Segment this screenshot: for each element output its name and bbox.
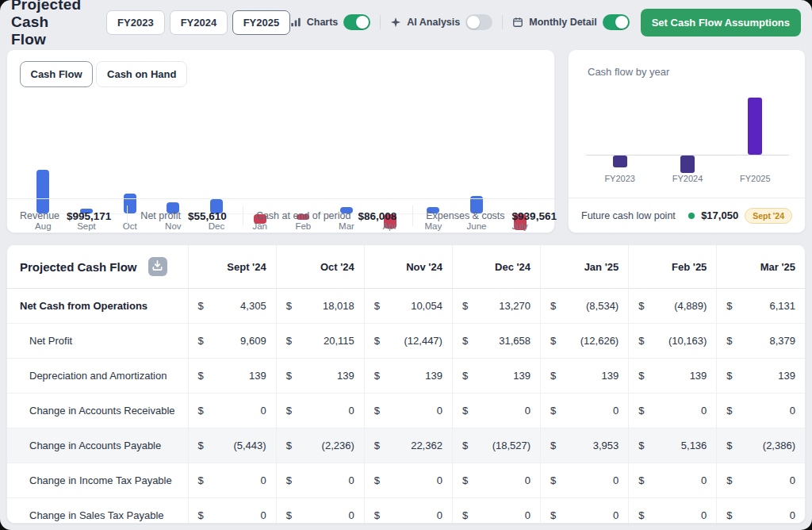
toggle-switch-ai-analysis[interactable] xyxy=(465,14,492,30)
stat-cash-at-end-of-period: Cash at end of period$86,008 xyxy=(243,205,412,225)
value-cell: $0 xyxy=(452,394,540,428)
cell-value: 31,658 xyxy=(499,335,530,347)
header: Projected Cash Flow FY2023FY2024FY2025 C… xyxy=(0,0,812,44)
value-cell: $0 xyxy=(541,463,629,498)
row-label: Change in Accounts Payable xyxy=(7,428,188,463)
download-icon xyxy=(151,259,163,274)
currency-symbol: $ xyxy=(550,440,556,451)
stat-value-revenue: $995,171 xyxy=(67,210,111,222)
currency-symbol: $ xyxy=(638,370,644,382)
chart-tab-cash-on-hand[interactable]: Cash on Hand xyxy=(96,61,187,87)
currency-symbol: $ xyxy=(286,474,292,486)
value-cell: $(4,889) xyxy=(629,289,717,324)
currency-symbol: $ xyxy=(638,335,644,347)
year-tab-fy2024[interactable]: FY2024 xyxy=(170,10,228,35)
currency-symbol: $ xyxy=(550,300,556,312)
value-cell: $8,379 xyxy=(717,324,805,359)
currency-symbol: $ xyxy=(462,474,468,486)
currency-symbol: $ xyxy=(638,405,644,417)
cell-value: 139 xyxy=(690,370,707,382)
cell-value: 0 xyxy=(260,474,266,486)
value-cell: $0 xyxy=(276,394,364,428)
column-header-mar-25: Mar '25 xyxy=(717,245,805,289)
toggle-switch-charts[interactable] xyxy=(343,14,370,30)
currency-symbol: $ xyxy=(198,509,204,521)
value-cell: $0 xyxy=(541,394,629,428)
value-cell: $(12,626) xyxy=(541,324,629,359)
chart-mode-tabs: Cash FlowCash on Hand xyxy=(20,61,187,87)
cell-value: 139 xyxy=(513,370,530,382)
currency-symbol: $ xyxy=(286,335,292,347)
cell-value: 22,362 xyxy=(411,440,442,451)
set-cash-flow-assumptions-button[interactable]: Set Cash Flow Assumptions xyxy=(641,9,801,36)
download-button[interactable] xyxy=(148,257,167,276)
cell-value: 0 xyxy=(349,474,354,486)
toggle-label-charts: Charts xyxy=(307,17,339,28)
currency-symbol: $ xyxy=(726,474,732,486)
column-header-dec-24: Dec '24 xyxy=(452,245,540,289)
column-header-jan-25: Jan '25 xyxy=(541,245,629,289)
cell-value: 13,270 xyxy=(499,300,530,312)
summary-stats-row: Revenue$995,171Net profit$55,610Cash at … xyxy=(7,198,554,232)
stat-label-revenue: Revenue xyxy=(20,210,59,221)
value-cell: $9,609 xyxy=(188,324,276,359)
column-header-oct-24: Oct '24 xyxy=(276,245,364,289)
value-cell: $0 xyxy=(717,498,805,524)
row-label: Net Profit xyxy=(7,324,188,359)
value-cell: $(8,534) xyxy=(541,289,629,324)
currency-symbol: $ xyxy=(374,405,380,417)
cell-value: (10,163) xyxy=(668,335,707,347)
cell-value: 0 xyxy=(701,474,707,486)
row-label: Change in Accounts Receivable xyxy=(7,394,188,428)
toggle-group-ai-analysis: AI Analysis xyxy=(390,14,492,30)
projected-cash-flow-page: Projected Cash Flow FY2023FY2024FY2025 C… xyxy=(0,0,812,530)
toggle-divider xyxy=(380,15,381,29)
table-row-change-in-sales-tax-payable[interactable]: Change in Sales Tax Payable$0$0$0$0$0$0$… xyxy=(7,498,805,524)
table-row-net-cash-from-operations[interactable]: Net Cash from Operations$4,305$18,018$10… xyxy=(7,289,805,324)
view-toggles: ChartsAI AnalysisMonthly Detail xyxy=(290,14,630,30)
cell-value: 0 xyxy=(260,509,266,521)
table-header-row: Projected Cash FlowSept '24Oct '24Nov '2… xyxy=(7,245,805,289)
cell-value: 139 xyxy=(337,370,354,382)
cell-value: 0 xyxy=(613,405,619,417)
year-tab-fy2023[interactable]: FY2023 xyxy=(106,10,165,35)
value-cell: $139 xyxy=(541,359,629,394)
row-label: Depreciation and Amortization xyxy=(7,359,188,394)
table-title: Projected Cash Flow xyxy=(20,260,137,274)
value-cell: $20,115 xyxy=(276,324,364,359)
year-bar-fy2025 xyxy=(748,98,762,155)
value-cell: $0 xyxy=(188,498,276,524)
table-row-change-in-income-tax-payable[interactable]: Change in Income Tax Payable$0$0$0$0$0$0… xyxy=(7,463,805,498)
value-cell: $0 xyxy=(364,394,452,428)
value-cell: $139 xyxy=(188,359,276,394)
projected-cash-flow-table-card: Projected Cash FlowSept '24Oct '24Nov '2… xyxy=(6,244,806,524)
bar-chart-icon xyxy=(290,17,301,28)
chart-tab-cash-flow[interactable]: Cash Flow xyxy=(20,61,93,87)
table-row-depreciation-and-amortization[interactable]: Depreciation and Amortization$139$139$13… xyxy=(7,359,805,394)
currency-symbol: $ xyxy=(374,509,380,521)
value-cell: $0 xyxy=(188,463,276,498)
table-row-change-in-accounts-payable[interactable]: Change in Accounts Payable$(5,443)$(2,23… xyxy=(7,428,805,463)
toggle-switch-monthly-detail[interactable] xyxy=(603,14,630,30)
yearly-cash-flow-chart: FY2023FY2024FY2025 xyxy=(586,94,789,186)
stat-value-expenses-costs: $939,561 xyxy=(512,210,557,222)
currency-symbol: $ xyxy=(550,405,556,417)
cell-value: 139 xyxy=(249,370,266,382)
cell-value: (2,386) xyxy=(763,440,795,451)
year-tab-fy2025[interactable]: FY2025 xyxy=(232,10,290,35)
value-cell: $139 xyxy=(629,359,717,394)
year-bar-fy2023 xyxy=(613,156,627,167)
cell-value: 139 xyxy=(425,370,442,382)
cell-value: (12,447) xyxy=(404,335,442,347)
toggle-divider xyxy=(502,15,503,29)
table-row-change-in-accounts-receivable[interactable]: Change in Accounts Receivable$0$0$0$0$0$… xyxy=(7,394,805,428)
year-label-fy2025: FY2025 xyxy=(722,174,789,183)
currency-symbol: $ xyxy=(374,300,380,312)
year-bar-fy2024 xyxy=(680,156,695,173)
currency-symbol: $ xyxy=(198,405,204,417)
cell-value: 139 xyxy=(602,370,619,382)
column-header-nov-24: Nov '24 xyxy=(364,245,452,289)
cell-value: 6,131 xyxy=(769,300,795,312)
table-row-net-profit[interactable]: Net Profit$9,609$20,115$(12,447)$31,658$… xyxy=(7,324,805,359)
toggle-label-monthly-detail: Monthly Detail xyxy=(529,17,596,28)
